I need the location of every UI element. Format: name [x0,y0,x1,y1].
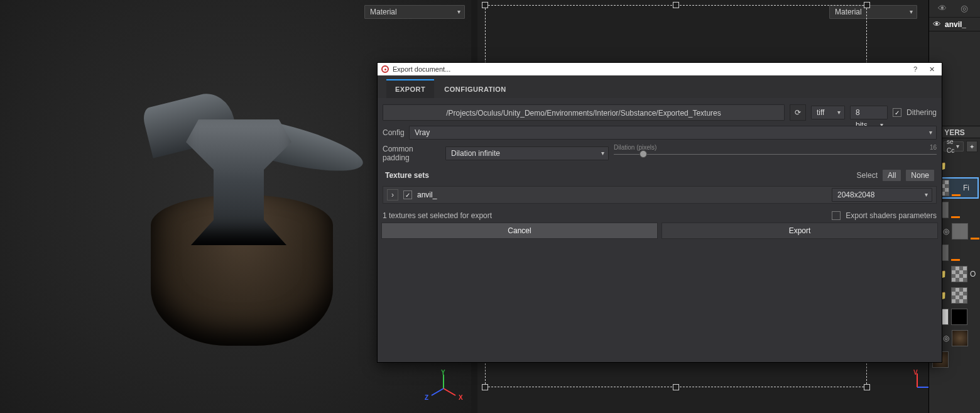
layer-label: Fi [963,184,969,192]
dilation-slider[interactable]: Dilation (pixels) 16 [614,146,937,160]
info-column-icon: ◎ [961,3,972,14]
dithering-label: Dithering [906,108,937,117]
layer-thumbnail [952,223,968,240]
texture-set-size-value: 2048x2048 [837,190,874,199]
blend-mode-label: se Cc [947,138,954,155]
cancel-button[interactable]: Cancel [381,223,658,239]
texture-sets-title: Texture sets [385,171,852,180]
model-preview-anvil [138,63,352,352]
padding-mode-select[interactable]: Dilation infinite [445,146,609,160]
texture-set-size-select[interactable]: 2048x2048 [832,188,932,202]
export-shaders-label: Export shaders parameters [846,211,937,220]
add-effect-icon[interactable]: ✦ [966,141,977,152]
texture-set-row[interactable]: 👁 anvil_ [929,18,980,31]
axis-v-label: V [913,369,918,376]
selection-status-text: 1 textures set selected for export [383,211,492,220]
config-value: Vray [415,128,430,137]
refresh-path-button[interactable]: ⟳ [790,104,806,121]
texture-set-checkbox[interactable] [403,190,412,199]
dilation-slider-value: 16 [930,144,937,151]
viewport-3d-mode-label: Material [370,6,397,18]
uv-handle-br[interactable] [864,384,870,390]
viewport-3d-mode-select[interactable]: Material [364,5,465,19]
layer-channel-indicator [951,245,960,261]
export-path-field[interactable]: /Projects/Oculus/Unity_Demo/Environments… [383,104,785,121]
uv-handle-tl[interactable] [482,2,488,8]
common-padding-label: Common padding [383,145,440,162]
expand-row-button[interactable]: › [387,189,398,201]
app-icon [381,65,389,73]
file-format-select[interactable]: tiff [811,106,845,119]
texture-set-name: anvil_ [945,20,966,29]
dilation-slider-thumb[interactable] [640,150,647,158]
axis-x-label: X [459,394,463,401]
config-label: Config [383,128,404,137]
uv-handle-tm[interactable] [673,2,679,8]
select-none-button[interactable]: None [906,170,934,181]
visibility-column-icon: 👁 [938,3,949,14]
export-dialog: Export document... ? ✕ EXPORT CONFIGURAT… [377,62,942,363]
dialog-title: Export document... [393,65,450,73]
select-label: Select [857,171,878,180]
tab-configuration[interactable]: CONFIGURATION [435,80,515,98]
select-all-button[interactable]: All [883,170,901,181]
padding-mode-value: Dilation infinite [451,149,500,158]
texture-set-visibility-icon[interactable]: 👁 [933,19,941,29]
layer-target-icon[interactable]: ◎ [943,227,949,236]
layer-channel-indicator [951,202,960,218]
file-format-value: tiff [817,108,824,117]
layer-channel-indicator [971,223,979,240]
layer-mask-thumbnail [951,266,967,282]
layer-label: O [970,270,976,278]
refresh-icon: ⟳ [795,108,801,117]
layer-channel-indicator [952,180,961,196]
config-select[interactable]: Vray [409,126,937,140]
uv-handle-bl[interactable] [482,384,488,390]
close-button[interactable]: ✕ [925,65,938,74]
dialog-tabs: EXPORT CONFIGURATION [378,75,942,98]
uv-handle-bm[interactable] [673,384,679,390]
dialog-statusbar: 1 textures set selected for export Expor… [378,209,942,223]
axis-gizmo-3d: Y X Z [425,370,462,408]
blend-mode-select[interactable]: se Cc [944,141,964,151]
layer-mask-thumbnail [951,287,967,304]
texture-set-list: ›anvil_2048x2048 [383,186,937,204]
layer-thumbnail [952,330,968,346]
help-button[interactable]: ? [909,65,922,73]
texture-set-row[interactable]: ›anvil_2048x2048 [383,186,937,204]
uv-handle-tr[interactable] [864,2,870,8]
axis-y-label: Y [441,369,445,376]
export-shaders-checkbox[interactable] [832,211,841,220]
tab-export[interactable]: EXPORT [386,79,434,98]
texture-set-name: anvil_ [417,190,827,199]
dithering-checkbox[interactable] [893,108,901,117]
axis-z-label: Z [425,394,428,401]
dilation-slider-label: Dilation (pixels) [614,144,656,151]
dialog-titlebar[interactable]: Export document... ? ✕ [378,63,942,75]
export-button[interactable]: Export [662,223,938,239]
layer-target-icon[interactable]: ◎ [943,334,949,343]
bit-depth-select[interactable]: 8 bits [850,106,888,119]
layer-mask-thumbnail [951,309,967,325]
